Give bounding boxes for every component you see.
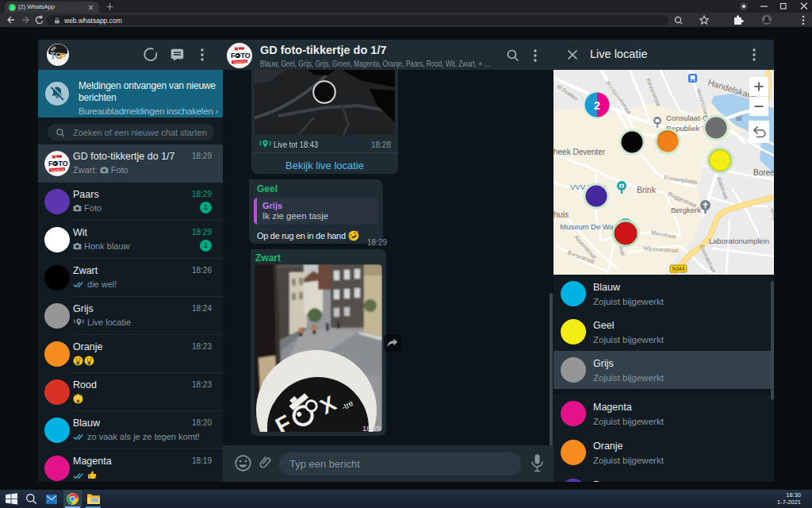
svg-text:2: 2 [594, 99, 600, 112]
svg-text:FOTO: FOTO [231, 52, 251, 60]
svg-text:huis: huis [553, 210, 569, 219]
svg-text:al: al [736, 114, 741, 122]
svg-text:heek Deventer: heek Deventer [553, 148, 606, 156]
svg-text:18:29: 18:29 [362, 424, 381, 432]
svg-text:P: P [60, 52, 67, 61]
svg-text:Laboratoriumplein: Laboratoriumplein [709, 237, 769, 245]
svg-text:Boreel: Boreel [753, 168, 774, 177]
svg-text:Brink: Brink [637, 185, 657, 194]
svg-text:N344: N344 [672, 266, 685, 271]
svg-text:Bergkerk: Bergkerk [671, 206, 701, 214]
svg-text:Museum De Waa: Museum De Waa [560, 222, 619, 231]
svg-text:FOTO: FOTO [48, 160, 68, 167]
svg-text:2: 2 [11, 5, 13, 10]
